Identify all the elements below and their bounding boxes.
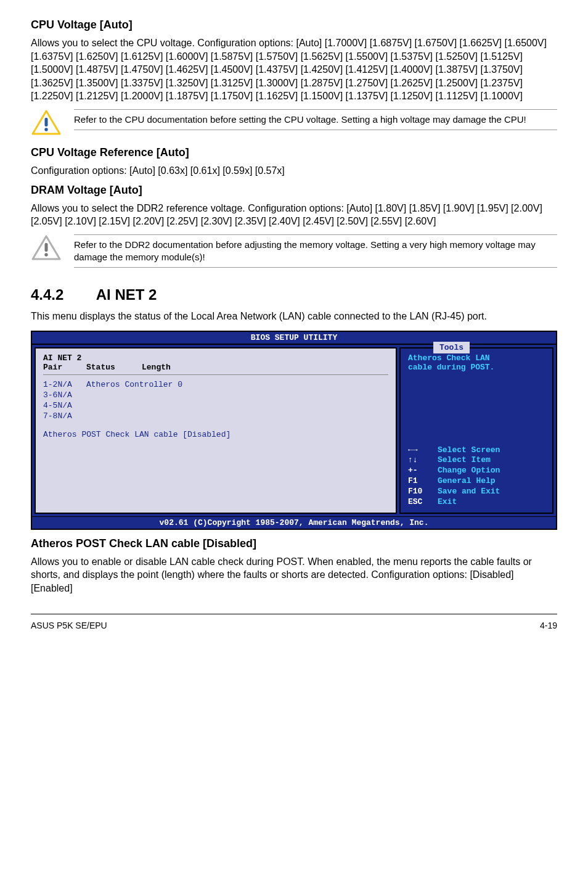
bios-setup-screenshot: BIOS SETUP UTILITY Tools AI NET 2 Pair S…: [31, 331, 557, 530]
bios-right-panel: Atheros Check LAN cable during POST. ←→ …: [399, 347, 553, 514]
bios-title: BIOS SETUP UTILITY: [251, 333, 337, 342]
dram-voltage-note-text: Refer to the DDR2 documentation before a…: [74, 234, 557, 268]
bios-col-length: Length: [142, 363, 171, 372]
atheros-post-body: Allows you to enable or disable LAN cabl…: [31, 555, 557, 595]
table-row: 4-5N/A: [43, 401, 388, 411]
footer-right: 4-19: [540, 621, 557, 630]
bios-pair-7-8: 7-8N/A: [43, 411, 86, 422]
bios-key-exit: Exit: [438, 497, 457, 508]
plus-minus-icon: +-: [408, 466, 438, 476]
dram-voltage-body: Allows you to select the DDR2 reference …: [31, 202, 557, 228]
cpu-voltage-ref-body: Configuration options: [Auto] [0.63x] [0…: [31, 164, 557, 178]
bios-pair-1-2: 1-2N/A: [43, 380, 86, 390]
cpu-voltage-note-text: Refer to the CPU documentation before se…: [74, 109, 557, 130]
bios-key-save-exit: Save and Exit: [438, 487, 500, 497]
table-row: 1-2N/A Atheros Controller 0: [43, 380, 388, 390]
bios-panel-title: AI NET 2: [43, 353, 388, 363]
bios-footer: v02.61 (C)Copyright 1985-2007, American …: [32, 516, 556, 529]
page-footer: ASUS P5K SE/EPU 4-19: [31, 614, 557, 630]
bios-key-change-option: Change Option: [438, 466, 500, 476]
section-intro: This menu displays the status of the Loc…: [31, 310, 557, 323]
bios-key-select-item: Select Item: [438, 455, 491, 466]
warning-icon: [31, 109, 62, 136]
table-row: 7-8N/A: [43, 411, 388, 422]
arrow-ud-icon: ↑↓: [408, 455, 438, 466]
bios-status-controller: Atheros Controller 0: [86, 380, 182, 390]
footer-left: ASUS P5K SE/EPU: [31, 621, 107, 630]
bios-pair-3-6: 3-6N/A: [43, 390, 86, 401]
cpu-voltage-ref-heading: CPU Voltage Reference [Auto]: [31, 146, 557, 159]
esc-key: ESC: [408, 497, 438, 508]
table-row: 3-6N/A: [43, 390, 388, 401]
bios-tab-tools[interactable]: Tools: [433, 342, 470, 353]
svg-point-3: [44, 253, 47, 256]
bios-key-legend: ←→ Select Screen ↑↓ Select Item +- Chang…: [408, 445, 545, 508]
svg-point-1: [44, 128, 47, 131]
dram-voltage-note: Refer to the DDR2 documentation before a…: [31, 234, 557, 268]
f10-key: F10: [408, 487, 438, 497]
dram-voltage-heading: DRAM Voltage [Auto]: [31, 184, 557, 197]
bios-pair-4-5: 4-5N/A: [43, 401, 86, 411]
svg-rect-0: [45, 118, 48, 126]
section-title: AI NET 2: [96, 286, 157, 303]
section-number: 4.4.2: [31, 286, 92, 303]
cpu-voltage-note: Refer to the CPU documentation before se…: [31, 109, 557, 136]
bios-key-select-screen: Select Screen: [438, 445, 500, 456]
bios-help-line2: cable during POST.: [408, 363, 545, 372]
atheros-post-heading: Atheros POST Check LAN cable [Disabled]: [31, 537, 557, 550]
f1-key: F1: [408, 476, 438, 487]
bios-col-status: Status: [86, 363, 142, 372]
bios-left-panel: AI NET 2 Pair Status Length 1-2N/A Ather…: [35, 347, 397, 514]
bios-key-general-help: General Help: [438, 476, 496, 487]
bios-post-check-option[interactable]: Atheros POST Check LAN cable [Disabled]: [43, 430, 388, 439]
section-4-4-2-heading: 4.4.2 AI NET 2: [31, 286, 557, 303]
bios-col-pair: Pair: [43, 363, 86, 372]
arrow-lr-icon: ←→: [408, 445, 438, 456]
cpu-voltage-body: Allows you to select the CPU voltage. Co…: [31, 36, 557, 103]
bios-help-line1: Atheros Check LAN: [408, 353, 545, 363]
cpu-voltage-heading: CPU Voltage [Auto]: [31, 19, 557, 31]
svg-rect-2: [45, 243, 48, 252]
warning-icon: [31, 234, 62, 262]
